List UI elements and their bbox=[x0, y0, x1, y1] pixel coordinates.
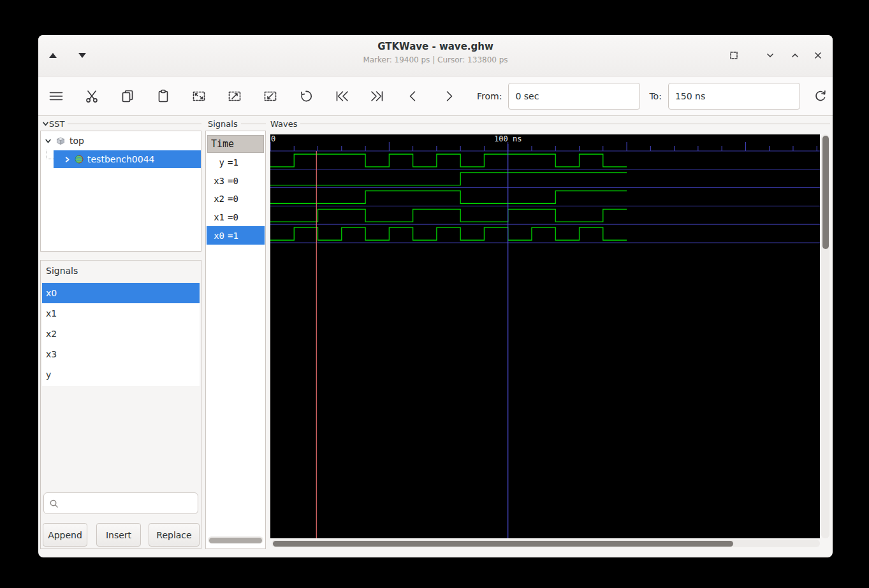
signal-search-box[interactable] bbox=[43, 492, 198, 514]
undo-button[interactable] bbox=[298, 89, 314, 104]
to-end-button[interactable] bbox=[370, 89, 385, 104]
signal-item-x3[interactable]: x3 bbox=[42, 344, 200, 364]
trace-value: =0 bbox=[228, 176, 238, 186]
shift-right-button[interactable] bbox=[441, 89, 456, 104]
tree-item-top[interactable]: top bbox=[41, 131, 201, 150]
signals-hscrollbar-thumb[interactable] bbox=[209, 538, 262, 543]
tree-guide-line bbox=[47, 150, 54, 159]
signal-list-frame: Signals x0 x1 x2 x3 y Append Insert Repl… bbox=[40, 260, 201, 549]
hierarchy-icon bbox=[55, 136, 66, 146]
signal-item-x2[interactable]: x2 bbox=[42, 324, 200, 344]
to-start-button[interactable] bbox=[334, 89, 349, 104]
expander-down-icon[interactable] bbox=[45, 138, 52, 145]
wave-canvas[interactable]: 0100 ns bbox=[270, 134, 820, 538]
to-input[interactable] bbox=[668, 83, 800, 110]
sst-tree: top testbench0044 bbox=[40, 131, 201, 252]
append-button[interactable]: Append bbox=[43, 523, 87, 547]
waves-hscrollbar-thumb[interactable] bbox=[273, 541, 733, 547]
expander-right-icon[interactable] bbox=[64, 156, 71, 163]
signal-list-header: Signals bbox=[41, 261, 201, 276]
zoom-out-icon bbox=[263, 89, 278, 104]
zoom-in-button[interactable] bbox=[227, 89, 242, 104]
expander-down-icon[interactable] bbox=[42, 120, 49, 127]
instance-icon bbox=[74, 154, 84, 164]
trace-value: =0 bbox=[228, 212, 238, 222]
to-end-icon bbox=[370, 89, 385, 104]
waveform-plot: 0100 ns bbox=[270, 134, 820, 538]
dashed-box-icon bbox=[729, 50, 739, 61]
from-label: From: bbox=[477, 91, 502, 101]
paste-icon bbox=[156, 89, 171, 104]
signals-hscrollbar[interactable] bbox=[208, 536, 263, 543]
copy-button[interactable] bbox=[120, 89, 135, 104]
to-label: To: bbox=[649, 91, 661, 101]
replace-button[interactable]: Replace bbox=[149, 523, 200, 547]
tree-item-label: top bbox=[69, 136, 84, 146]
maximize-button[interactable] bbox=[785, 46, 805, 65]
tree-item-label: testbench0044 bbox=[87, 154, 154, 164]
time-header[interactable]: Time bbox=[207, 135, 264, 153]
gtkwave-window: GTKWave - wave.ghw Marker: 19400 ps | Cu… bbox=[38, 35, 833, 557]
svg-text:100 ns: 100 ns bbox=[494, 134, 522, 143]
trace-value: =0 bbox=[228, 194, 238, 204]
trace-row-x1[interactable]: x1=0 bbox=[207, 208, 265, 227]
trace-row-x2[interactable]: x2=0 bbox=[207, 190, 265, 208]
titlebar: GTKWave - wave.ghw Marker: 19400 ps | Cu… bbox=[38, 35, 833, 76]
close-icon bbox=[813, 50, 823, 61]
signal-item-x1[interactable]: x1 bbox=[42, 303, 200, 324]
cut-icon bbox=[84, 89, 99, 104]
zoom-fit-icon bbox=[191, 89, 207, 104]
trace-row-y[interactable]: y=1 bbox=[207, 154, 265, 172]
shift-left-button[interactable] bbox=[405, 89, 421, 104]
reload-icon bbox=[813, 89, 828, 104]
menu-icon bbox=[48, 89, 64, 104]
window-subtitle: Marker: 19400 ps | Cursor: 133800 ps bbox=[38, 55, 833, 64]
svg-text:0: 0 bbox=[271, 134, 275, 143]
signals-panel: Time y=1 x3=0 x2=0 x1=0 x0=1 bbox=[205, 131, 266, 549]
menu-button[interactable] bbox=[48, 89, 64, 104]
paste-button[interactable] bbox=[156, 89, 171, 104]
unmaximize-button[interactable] bbox=[761, 46, 780, 65]
trace-name-list: y=1 x3=0 x2=0 x1=0 x0=1 bbox=[207, 154, 265, 245]
reload-button[interactable] bbox=[813, 89, 828, 104]
insert-button[interactable]: Insert bbox=[96, 523, 141, 547]
tree-item-testbench0044[interactable]: testbench0044 bbox=[54, 150, 201, 168]
trace-row-x3[interactable]: x3=0 bbox=[207, 172, 265, 190]
zoom-in-icon bbox=[227, 89, 242, 104]
undo-icon bbox=[298, 89, 314, 104]
left-icon bbox=[405, 89, 421, 104]
zoom-fit-button[interactable] bbox=[191, 89, 207, 104]
zoom-out-button[interactable] bbox=[263, 89, 278, 104]
chevron-down-icon bbox=[765, 50, 775, 61]
copy-icon bbox=[120, 89, 135, 104]
from-input[interactable] bbox=[508, 83, 640, 110]
waves-vscrollbar-thumb[interactable] bbox=[822, 136, 829, 249]
waves-hscrollbar[interactable] bbox=[272, 540, 820, 547]
right-icon bbox=[441, 89, 456, 104]
signal-list: x0 x1 x2 x3 y bbox=[42, 283, 200, 386]
close-button[interactable] bbox=[808, 46, 828, 65]
fullscreen-button[interactable] bbox=[724, 46, 743, 65]
signal-item-x0[interactable]: x0 bbox=[42, 283, 200, 303]
signal-item-y[interactable]: y bbox=[42, 364, 200, 385]
signal-search-input[interactable] bbox=[62, 498, 198, 509]
cut-button[interactable] bbox=[84, 89, 99, 104]
sst-frame-label: SST bbox=[42, 118, 201, 129]
to-start-icon bbox=[334, 89, 349, 104]
window-title: GTKWave - wave.ghw bbox=[38, 41, 833, 52]
chevron-up-icon bbox=[790, 50, 800, 61]
waves-frame-label: Waves bbox=[270, 118, 830, 129]
search-icon bbox=[49, 499, 59, 508]
trace-value: =1 bbox=[228, 157, 238, 168]
trace-value: =1 bbox=[228, 231, 238, 241]
waves-vscrollbar[interactable] bbox=[821, 134, 829, 538]
signals-frame-label: Signals bbox=[208, 118, 266, 129]
trace-row-x0[interactable]: x0=1 bbox=[207, 226, 265, 245]
toolbar: From: To: bbox=[38, 76, 833, 116]
